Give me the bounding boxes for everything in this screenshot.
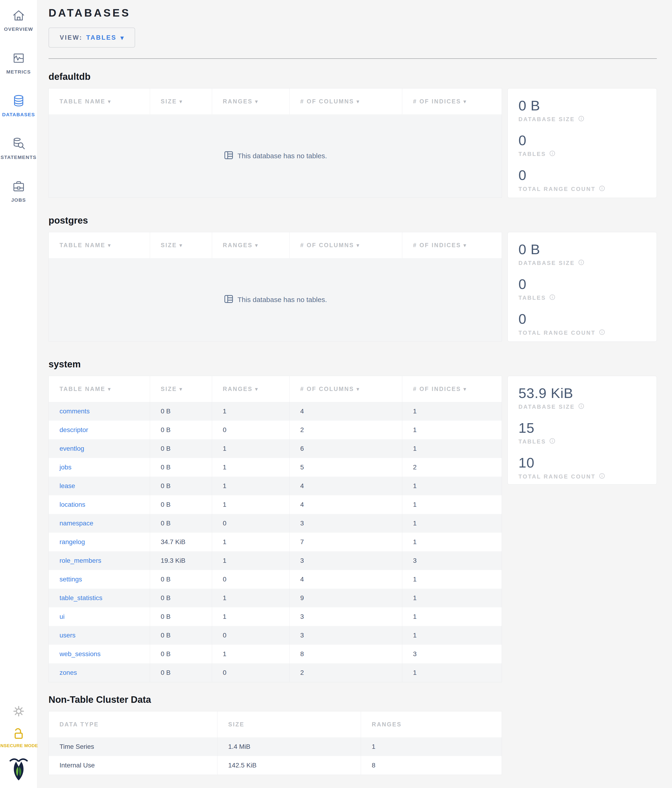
non-table-title: Non-Table Cluster Data xyxy=(49,694,657,705)
sidebar-bottom: INSECURE MODE xyxy=(0,704,37,788)
range-count-value: 0 xyxy=(518,167,646,183)
sidebar-item-label: JOBS xyxy=(11,197,26,203)
sidebar-item-statements[interactable]: STATEMENTS xyxy=(0,137,37,160)
sidebar-item-overview[interactable]: OVERVIEW xyxy=(0,8,37,32)
tables-table: TABLE NAME▾ SIZE▾ RANGES▾ # OF COLUMNS▾ … xyxy=(49,88,502,198)
table-name-link[interactable]: comments xyxy=(60,408,90,415)
jobs-icon xyxy=(12,179,26,194)
table-name-link[interactable]: rangelog xyxy=(60,538,85,546)
info-icon[interactable] xyxy=(578,115,585,123)
column-header-table-name[interactable]: TABLE NAME▾ xyxy=(49,376,150,402)
sort-arrow-icon: ▾ xyxy=(357,386,359,392)
table-grid-icon xyxy=(223,294,234,306)
ranges-cell: 0 xyxy=(212,421,289,439)
table-grid-icon xyxy=(223,150,234,162)
table-row: Time Series 1.4 MiB 1 xyxy=(49,737,502,756)
database-stats-card: 0 B DATABASE SIZE 0 TABLES 0 TOTAL RANGE… xyxy=(507,232,657,342)
database-size-label: DATABASE SIZE xyxy=(518,116,575,122)
info-icon[interactable] xyxy=(578,259,585,267)
range-count-value: 10 xyxy=(518,455,646,470)
table-name-link[interactable]: users xyxy=(60,632,75,639)
info-icon[interactable] xyxy=(599,473,605,481)
table-name-link[interactable]: role_members xyxy=(60,557,101,564)
empty-table-message: This database has no tables. xyxy=(49,114,502,197)
size-cell: 0 B xyxy=(150,626,212,645)
columns-count-cell: 6 xyxy=(289,439,402,458)
column-header-table-name[interactable]: TABLE NAME▾ xyxy=(49,232,150,258)
insecure-mode-label: INSECURE MODE xyxy=(0,743,38,748)
column-header-indices[interactable]: # OF INDICES▾ xyxy=(402,89,502,114)
size-cell: 142.5 KiB xyxy=(217,756,361,775)
table-row: role_members 19.3 KiB 1 3 3 xyxy=(49,551,502,570)
column-header-ranges[interactable]: RANGES▾ xyxy=(212,89,289,114)
info-icon[interactable] xyxy=(549,438,556,446)
table-row: jobs 0 B 1 5 2 xyxy=(49,458,502,477)
columns-count-cell: 9 xyxy=(289,589,402,607)
settings-button[interactable] xyxy=(11,704,26,720)
table-name-link[interactable]: lease xyxy=(60,482,75,490)
info-icon[interactable] xyxy=(549,150,556,158)
info-icon[interactable] xyxy=(549,294,556,302)
column-header-size[interactable]: SIZE▾ xyxy=(150,376,212,402)
info-icon[interactable] xyxy=(599,329,605,337)
database-size-value: 53.9 KiB xyxy=(518,385,646,401)
info-icon[interactable] xyxy=(578,403,585,411)
table-row: users 0 B 0 3 1 xyxy=(49,626,502,645)
ranges-cell: 1 xyxy=(212,607,289,626)
databases-icon xyxy=(12,94,26,109)
columns-count-cell: 2 xyxy=(289,663,402,682)
column-header-table-name[interactable]: TABLE NAME▾ xyxy=(49,89,150,114)
table-name-link[interactable]: eventlog xyxy=(60,445,84,452)
table-name-link[interactable]: zones xyxy=(60,669,77,677)
column-header-ranges[interactable]: RANGES▾ xyxy=(212,376,289,402)
columns-count-cell: 5 xyxy=(289,458,402,477)
insecure-mode-indicator[interactable]: INSECURE MODE xyxy=(0,726,38,748)
table-row: lease 0 B 1 4 1 xyxy=(49,477,502,495)
indices-count-cell: 1 xyxy=(402,607,502,626)
indices-count-cell: 1 xyxy=(402,439,502,458)
sidebar-item-jobs[interactable]: JOBS xyxy=(0,179,37,203)
column-header-size[interactable]: SIZE▾ xyxy=(150,89,212,114)
database-size-label: DATABASE SIZE xyxy=(518,260,575,266)
table-name-link[interactable]: ui xyxy=(60,613,65,620)
table-name-cell: jobs xyxy=(49,458,150,477)
unlock-icon xyxy=(11,726,26,742)
sort-arrow-icon: ▾ xyxy=(463,242,466,249)
info-icon[interactable] xyxy=(599,185,605,193)
table-name-cell: users xyxy=(49,626,150,645)
table-header-row: TABLE NAME▾ SIZE▾ RANGES▾ # OF COLUMNS▾ … xyxy=(49,376,502,402)
table-name-link[interactable]: descriptor xyxy=(60,426,88,434)
column-header-size[interactable]: SIZE▾ xyxy=(150,232,212,258)
column-header-indices[interactable]: # OF INDICES▾ xyxy=(402,232,502,258)
sort-arrow-icon: ▾ xyxy=(255,386,258,392)
columns-count-cell: 2 xyxy=(289,421,402,439)
table-name-cell: comments xyxy=(49,402,150,421)
table-row: namespace 0 B 0 3 1 xyxy=(49,514,502,533)
table-header-row: DATA TYPE SIZE RANGES xyxy=(49,712,502,737)
table-row: eventlog 0 B 1 6 1 xyxy=(49,439,502,458)
indices-count-cell: 1 xyxy=(402,589,502,607)
column-header-ranges[interactable]: RANGES▾ xyxy=(212,232,289,258)
system-tables-body: comments 0 B 1 4 1 descriptor 0 B 0 2 1 … xyxy=(49,402,502,682)
size-cell: 0 B xyxy=(150,589,212,607)
sidebar-item-metrics[interactable]: METRICS xyxy=(0,51,37,75)
table-name-link[interactable]: jobs xyxy=(60,464,71,471)
sidebar-item-label: STATEMENTS xyxy=(0,154,36,160)
table-name-link[interactable]: namespace xyxy=(60,520,94,527)
column-header-columns[interactable]: # OF COLUMNS▾ xyxy=(289,376,402,402)
table-name-link[interactable]: locations xyxy=(60,501,86,508)
column-header-columns[interactable]: # OF COLUMNS▾ xyxy=(289,232,402,258)
column-header-columns[interactable]: # OF COLUMNS▾ xyxy=(289,89,402,114)
table-name-link[interactable]: settings xyxy=(60,575,82,583)
database-stats-card: 53.9 KiB DATABASE SIZE 15 TABLES 10 TOTA… xyxy=(507,376,657,485)
size-cell: 0 B xyxy=(150,477,212,495)
tables-count-value: 15 xyxy=(518,420,646,436)
view-select-dropdown[interactable]: VIEW: TABLES ▾ xyxy=(49,27,135,48)
range-count-label: TOTAL RANGE COUNT xyxy=(518,186,596,192)
column-header-indices[interactable]: # OF INDICES▾ xyxy=(402,376,502,402)
table-row: comments 0 B 1 4 1 xyxy=(49,402,502,421)
table-name-link[interactable]: table_statistics xyxy=(60,594,102,602)
sidebar-item-databases[interactable]: DATABASES xyxy=(0,94,37,118)
table-name-link[interactable]: web_sessions xyxy=(60,650,101,658)
range-count-value: 0 xyxy=(518,311,646,327)
